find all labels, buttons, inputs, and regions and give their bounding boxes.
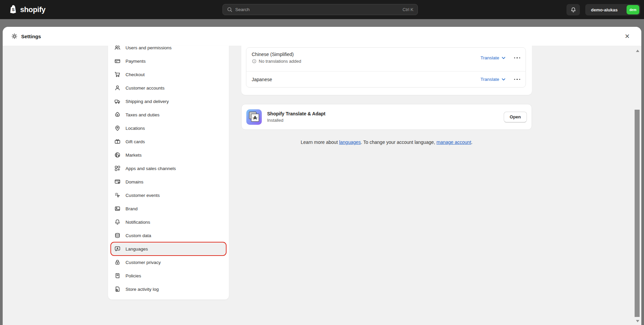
activity-log-icon: [114, 286, 121, 292]
bell-icon: [570, 7, 577, 13]
markets-icon: [114, 152, 121, 158]
shipping-icon: [114, 98, 121, 105]
checkout-icon: [114, 71, 121, 78]
manage-account-link[interactable]: manage account: [437, 140, 472, 145]
languages-icon: [114, 246, 121, 252]
sidebar-item-label: Gift cards: [126, 139, 145, 144]
users-icon: [114, 46, 121, 51]
sidebar-item-label: Users and permissions: [126, 46, 171, 50]
translate-adapt-app-card: A Shopify Translate & Adapt Installed Op…: [241, 104, 532, 130]
language-name: Chinese (Simplified): [252, 52, 481, 57]
sidebar-item-taxes-and-duties[interactable]: Taxes and duties: [111, 108, 226, 121]
sidebar-item-languages[interactable]: Languages: [111, 242, 226, 256]
search-placeholder: Search: [235, 7, 400, 12]
footer-text: . To change your account language,: [361, 140, 436, 145]
sidebar-item-label: Policies: [126, 273, 141, 278]
locations-icon: [114, 125, 121, 131]
shopify-logo[interactable]: S shopify: [9, 0, 45, 19]
gear-icon: [11, 33, 18, 40]
info-icon: [252, 59, 257, 64]
brand-icon: [114, 205, 121, 212]
language-row: Chinese (Simplified) No translations add…: [246, 48, 526, 71]
footer-text: .: [471, 140, 473, 145]
close-button[interactable]: ×: [622, 31, 633, 42]
sidebar-item-label: Brand: [126, 206, 138, 211]
search-shortcut: Ctrl K: [403, 7, 414, 12]
account-name: demo-alukas: [591, 7, 617, 12]
sidebar-item-label: Customer privacy: [126, 260, 161, 265]
search-input[interactable]: Search Ctrl K: [222, 4, 418, 15]
sidebar-item-store-activity-log[interactable]: Store activity log: [111, 282, 226, 296]
sidebar-item-domains[interactable]: Domains: [111, 175, 226, 188]
apps-icon: [114, 165, 121, 172]
languages-section-card: Chinese (Simplified) No translations add…: [241, 46, 532, 95]
sidebar-item-notifications[interactable]: Notifications: [111, 215, 226, 229]
sidebar-item-gift-cards[interactable]: Gift cards: [111, 135, 226, 148]
translate-button[interactable]: Translate: [481, 55, 505, 60]
customer-privacy-icon: [114, 259, 121, 266]
language-note: No translations added: [259, 59, 301, 64]
account-menu[interactable]: demo-alukas dem: [585, 4, 640, 15]
scrollbar-up-arrow[interactable]: [636, 50, 639, 52]
scrollbar-thumb[interactable]: [635, 110, 640, 317]
sidebar-item-apps-and-sales-channels[interactable]: Apps and sales channels: [111, 162, 226, 175]
sidebar-item-label: Shipping and delivery: [126, 99, 169, 104]
sidebar-item-locations[interactable]: Locations: [111, 121, 226, 135]
sidebar-item-label: Checkout: [126, 72, 145, 77]
sidebar-item-label: Notifications: [126, 220, 150, 225]
translate-button[interactable]: Translate: [481, 77, 505, 82]
custom-data-icon: [114, 232, 121, 239]
sidebar-item-label: Domains: [126, 179, 143, 184]
sidebar-item-customer-events[interactable]: Customer events: [111, 188, 226, 202]
modal-title: Settings: [21, 34, 41, 39]
payments-icon: [114, 58, 121, 64]
translated-languages-list: Chinese (Simplified) No translations add…: [246, 47, 526, 88]
sidebar-item-checkout[interactable]: Checkout: [111, 68, 226, 81]
app-status: Installed: [267, 118, 326, 123]
sidebar-item-label: Apps and sales channels: [126, 166, 176, 171]
translate-adapt-app-icon: A: [246, 109, 262, 125]
domains-icon: [114, 178, 121, 185]
scrollbar-track[interactable]: [635, 46, 640, 325]
language-name: Japanese: [252, 77, 481, 82]
sidebar-item-policies[interactable]: Policies: [111, 269, 226, 282]
notifications-icon: [114, 219, 121, 225]
svg-text:S: S: [12, 7, 14, 12]
sidebar-item-users-and-permissions[interactable]: Users and permissions: [111, 46, 226, 54]
footer-text: Learn more about: [301, 140, 339, 145]
sidebar-item-label: Languages: [126, 247, 148, 252]
sidebar-item-label: Taxes and duties: [126, 112, 159, 117]
sidebar-item-markets[interactable]: Markets: [111, 148, 226, 162]
more-actions-button[interactable]: [514, 77, 521, 82]
more-actions-button[interactable]: [514, 56, 521, 60]
settings-sidebar: Users and permissionsPaymentsCheckoutCus…: [108, 46, 229, 300]
sidebar-item-label: Customer accounts: [126, 86, 164, 91]
sidebar-item-label: Store activity log: [126, 287, 159, 292]
sidebar-item-custom-data[interactable]: Custom data: [111, 229, 226, 242]
sidebar-item-brand[interactable]: Brand: [111, 202, 226, 215]
notifications-bell-button[interactable]: [566, 4, 580, 15]
chevron-down-icon: [502, 78, 505, 81]
sidebar-item-label: Customer events: [126, 193, 160, 198]
customer-accounts-icon: [114, 85, 121, 91]
translate-label: Translate: [481, 77, 499, 82]
languages-link[interactable]: languages: [339, 140, 361, 145]
gift-cards-icon: [114, 138, 121, 145]
customer-events-icon: [114, 192, 121, 199]
topbar: S shopify Search Ctrl K demo-alukas dem: [0, 0, 644, 19]
sidebar-item-customer-accounts[interactable]: Customer accounts: [111, 81, 226, 95]
sidebar-item-customer-privacy[interactable]: Customer privacy: [111, 256, 226, 269]
taxes-icon: [114, 111, 121, 118]
sidebar-item-label: Locations: [126, 126, 145, 131]
sidebar-item-label: Payments: [126, 59, 146, 64]
sidebar-item-label: Custom data: [126, 233, 151, 238]
shopify-bag-icon: S: [9, 4, 18, 15]
brand-wordmark: shopify: [20, 5, 45, 14]
sidebar-item-payments[interactable]: Payments: [111, 54, 226, 68]
languages-content: Chinese (Simplified) No translations add…: [241, 46, 532, 145]
scrollbar-down-arrow[interactable]: [636, 320, 639, 322]
chevron-down-icon: [502, 57, 505, 59]
sidebar-item-shipping-and-delivery[interactable]: Shipping and delivery: [111, 95, 226, 108]
open-app-button[interactable]: Open: [504, 112, 527, 122]
settings-modal: Settings × Users and permissionsPayments…: [3, 27, 641, 325]
